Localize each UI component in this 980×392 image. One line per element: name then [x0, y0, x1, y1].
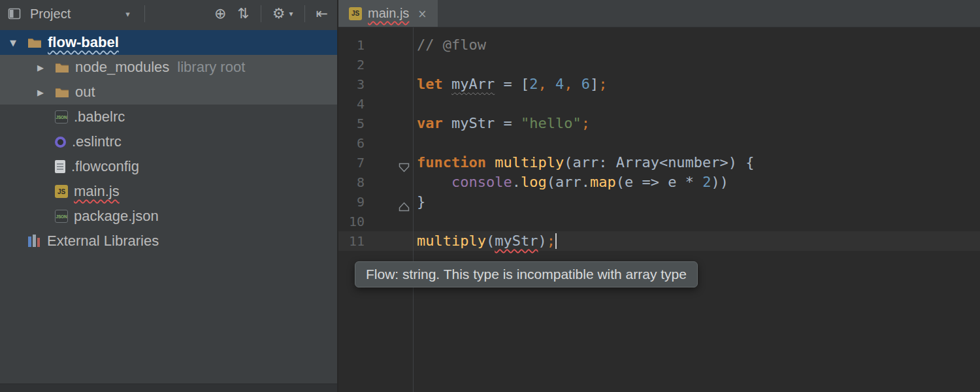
code-line-3[interactable]: 3let myArr = [2, 4, 6];	[338, 74, 980, 94]
tree-item-node-modules[interactable]: ▶node_moduleslibrary root	[0, 55, 337, 80]
hide-panel-icon[interactable]: ⇤	[316, 7, 328, 21]
project-dropdown-caret-icon[interactable]: ▾	[125, 9, 130, 19]
text-caret	[555, 233, 557, 249]
line-number: 10	[338, 212, 365, 231]
tree-item-label: out	[75, 84, 95, 101]
code-token: ;	[581, 115, 590, 131]
toolbar-divider	[304, 5, 305, 22]
code-line-2[interactable]: 2	[338, 55, 980, 74]
project-toolbar: Project ▾ ⊕⇅⚙▾⇤	[0, 0, 337, 27]
code-token: }	[417, 193, 425, 210]
line-number: 5	[338, 114, 365, 133]
expand-arrow-icon[interactable]: ▶	[33, 63, 48, 73]
collapse-arrow-icon[interactable]: ▼	[5, 38, 21, 48]
js-file-icon: JS	[349, 7, 362, 20]
tree-item-label: .flowconfig	[71, 158, 139, 175]
code-token: let	[417, 76, 443, 92]
eslint-file-icon	[55, 137, 66, 148]
tree-item-out[interactable]: ▶out	[0, 80, 337, 105]
line-number: 8	[338, 172, 365, 192]
tab-main-js[interactable]: JS main.js ×	[338, 0, 438, 27]
code-token: 2	[702, 174, 711, 190]
code-line-11[interactable]: 11multiply(myStr);	[338, 231, 980, 251]
code-token: 4	[555, 76, 564, 92]
code-line-4[interactable]: 4	[338, 94, 980, 114]
js-file-icon: JS	[55, 185, 68, 198]
code-token: (arr: Array<number>) {	[564, 154, 754, 171]
code-token: ))	[711, 174, 728, 190]
code-line-9[interactable]: 9}	[338, 192, 980, 212]
code-token: myStr	[495, 233, 538, 249]
tree-item-babelrc[interactable]: JSON.babelrc	[0, 105, 337, 129]
code-token: multiply	[417, 233, 486, 249]
code-token: (	[486, 233, 495, 249]
tree-item-label: External Libraries	[47, 233, 159, 250]
library-icon	[27, 235, 41, 248]
code-token	[486, 154, 495, 171]
scroll-from-source-icon[interactable]: ⇅	[237, 7, 249, 21]
tree-item-flowconfig[interactable]: .flowconfig	[0, 154, 337, 179]
tab-label: main.js	[368, 6, 409, 21]
fold-marker-icon[interactable]	[399, 158, 410, 168]
json-file-icon: JSON	[55, 110, 68, 123]
tree-item-external-libraries[interactable]: External Libraries	[0, 229, 337, 253]
flow-error-tooltip: Flow: string. This type is incompatible …	[355, 261, 698, 287]
line-number: 9	[338, 192, 365, 212]
code-token: map	[590, 174, 616, 190]
code-token: ,	[538, 76, 555, 92]
code-line-6[interactable]: 6	[338, 133, 980, 153]
code-token: log	[521, 174, 547, 190]
code-line-10[interactable]: 10	[338, 212, 980, 231]
folder-icon	[27, 37, 42, 48]
code-token	[417, 174, 451, 190]
code-area[interactable]: Flow: string. This type is incompatible …	[338, 27, 980, 392]
code-token: myStr =	[451, 115, 521, 131]
code-token: ]	[590, 76, 598, 92]
text-file-icon	[55, 160, 65, 173]
editor-area: JS main.js × Flow: string. This type is …	[338, 0, 980, 392]
tree-item-package-json[interactable]: JSONpackage.json	[0, 204, 337, 229]
fold-marker-icon[interactable]	[399, 197, 410, 207]
tree-item-eslintrc[interactable]: .eslintrc	[0, 129, 337, 154]
code-token: "hello"	[521, 115, 581, 131]
code-token: ;	[598, 76, 607, 92]
locate-file-icon[interactable]: ⊕	[214, 7, 226, 21]
line-number: 2	[338, 55, 365, 74]
code-token: (e => e *	[616, 174, 702, 190]
panel-bottom-strip	[0, 384, 337, 392]
project-view-selector[interactable]: Project	[30, 7, 71, 22]
tree-item-label: package.json	[74, 208, 159, 225]
code-token: function	[417, 154, 486, 171]
line-number: 1	[338, 35, 365, 55]
line-number: 3	[338, 74, 365, 94]
tree-item-label: flow-babel	[48, 34, 119, 51]
tree-item-main-js[interactable]: JSmain.js	[0, 179, 337, 204]
code-line-8[interactable]: 8 console.log(arr.map(e => e * 2))	[338, 172, 980, 192]
code-token: multiply	[495, 154, 564, 171]
expand-arrow-icon[interactable]: ▶	[33, 88, 48, 97]
tree-item-suffix: library root	[177, 59, 245, 76]
code-token: = [	[495, 76, 529, 92]
line-number: 7	[338, 153, 365, 172]
settings-gear-icon[interactable]: ⚙	[272, 7, 286, 21]
code-line-5[interactable]: 5var myStr = "hello";	[338, 114, 980, 133]
tree-item-flow-babel[interactable]: ▼flow-babel	[0, 30, 337, 55]
json-file-icon: JSON	[55, 210, 68, 223]
code-token: .	[512, 174, 521, 190]
code-line-7[interactable]: 7function multiply(arr: Array<number>) {	[338, 153, 980, 172]
code-line-1[interactable]: 1// @flow	[338, 35, 980, 55]
tab-close-icon[interactable]: ×	[417, 7, 427, 20]
line-number: 6	[338, 133, 365, 153]
gear-dropdown-caret-icon[interactable]: ▾	[289, 10, 293, 18]
code-token: var	[417, 115, 443, 131]
project-tool-window: Project ▾ ⊕⇅⚙▾⇤ ▼flow-babel▶node_modules…	[0, 0, 338, 392]
code-token: ,	[564, 76, 581, 92]
tree-item-label: node_modules	[75, 59, 169, 76]
toolbar-divider	[261, 5, 261, 22]
code-token: // @flow	[417, 37, 486, 53]
tree-item-label: main.js	[74, 183, 120, 200]
code-token: myArr	[451, 76, 495, 92]
ide-window: Project ▾ ⊕⇅⚙▾⇤ ▼flow-babel▶node_modules…	[0, 0, 980, 392]
code-token: )	[538, 233, 546, 249]
toolbar-divider	[144, 5, 145, 22]
